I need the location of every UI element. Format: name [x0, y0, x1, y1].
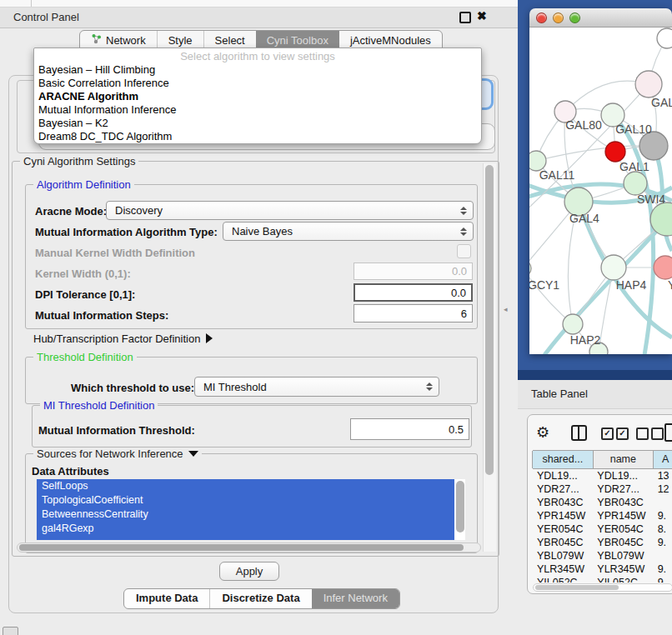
table-row[interactable]: YIL052CYIL052C9.	[533, 576, 672, 582]
attribute-item[interactable]: gal4RGexp	[37, 522, 454, 536]
dropdown-item[interactable]: Dream8 DC_TDC Algorithm	[34, 130, 481, 143]
table-row[interactable]: YBR045CYBR045C9.	[533, 536, 672, 549]
table-row[interactable]: YLR345WYLR345W9.	[533, 562, 672, 576]
mi-steps-label: Mutual Information Steps:	[35, 309, 168, 322]
document-icon[interactable]	[664, 423, 672, 442]
column-header[interactable]: A	[653, 451, 672, 468]
algorithm-dropdown[interactable]: Select algorithm to view settings Bayesi…	[33, 48, 482, 144]
network-window[interactable]: GALGAL80GAL10GAL1GAL11SWI4GAL4GCY1HAP4YH…	[529, 8, 672, 354]
network-window-titlebar[interactable]	[529, 8, 672, 28]
network-canvas-svg[interactable]: GALGAL80GAL10GAL1GAL11SWI4GAL4GCY1HAP4YH…	[529, 28, 672, 354]
table-cell: YER054C	[593, 522, 653, 536]
apply-button[interactable]: Apply	[219, 562, 279, 581]
column-header[interactable]: shared...	[532, 451, 594, 468]
aracne-mode-label: Aracne Mode:	[35, 205, 107, 218]
network-node[interactable]	[601, 255, 626, 280]
table-row[interactable]: YDR27...YDR27...12	[533, 482, 672, 496]
mi-threshold-field[interactable]	[350, 418, 469, 440]
attribute-item[interactable]: TopologicalCoefficient	[37, 493, 454, 508]
attribute-item-partial[interactable]	[37, 536, 454, 540]
table-cell: 9.	[654, 576, 672, 582]
table-row[interactable]: YDL19...YDL19...13	[533, 469, 672, 482]
settings-group-title: Cyni Algorithm Settings	[20, 155, 138, 168]
table-cell: YBL079W	[533, 549, 593, 562]
network-node[interactable]	[654, 256, 672, 279]
checked-checkbox-icon[interactable]: ✓	[616, 428, 629, 440]
table-row[interactable]: YBR043CYBR043C	[533, 496, 672, 509]
window-close-button[interactable]	[536, 12, 547, 23]
table-cell: YDR27...	[593, 482, 653, 496]
mi-threshold-definition-title: MI Threshold Definition	[40, 399, 158, 412]
aracne-mode-select[interactable]: Discovery	[106, 201, 474, 220]
close-panel-icon[interactable]: ✖	[477, 9, 487, 22]
network-edge[interactable]	[529, 268, 573, 324]
dropdown-item[interactable]: Bayesian – K2	[34, 117, 481, 130]
corner-widget-button[interactable]	[3, 627, 18, 635]
sources-group-title[interactable]: Sources for Network Inference	[33, 448, 202, 460]
scrollbar-thumb[interactable]	[535, 585, 619, 590]
network-node[interactable]	[657, 28, 672, 48]
node-label: GAL4	[569, 212, 599, 225]
algorithm-definition-title: Algorithm Definition	[33, 178, 134, 191]
node-table: shared...nameA YDL19...YDL19...13YDR27..…	[533, 450, 672, 582]
window-zoom-button[interactable]	[569, 12, 580, 23]
network-node[interactable]	[529, 260, 531, 277]
table-cell: YBR043C	[533, 496, 593, 509]
checked-checkbox-icon[interactable]: ✓	[601, 428, 614, 440]
scrollbar-thumb[interactable]	[485, 165, 494, 475]
dropdown-item[interactable]: Mutual Information Inference	[34, 103, 481, 117]
settings-horizontal-scrollbar[interactable]	[17, 542, 481, 552]
network-node[interactable]	[624, 172, 647, 195]
dpi-tolerance-label: DPI Tolerance [0,1]:	[35, 288, 135, 301]
split-columns-icon[interactable]	[571, 425, 587, 441]
table-cell: 9.	[654, 509, 672, 522]
column-header[interactable]: name	[593, 451, 654, 468]
dropdown-item[interactable]: ARACNE Algorithm	[34, 90, 481, 103]
manual-kernel-width-checkbox[interactable]	[457, 244, 471, 258]
node-label: Y	[668, 278, 672, 292]
table-row[interactable]: YBL079WYBL079W	[533, 549, 672, 562]
attribute-item[interactable]: SelfLoops	[37, 479, 454, 493]
table-cell: YDL19...	[533, 469, 593, 482]
dropdown-item[interactable]: Bayesian – Hill Climbing	[34, 63, 481, 77]
settings-vertical-scrollbar[interactable]	[483, 163, 496, 552]
dropdown-item[interactable]: Basic Correlation Inference	[34, 77, 481, 90]
mi-algorithm-type-select[interactable]: Naive Bayes	[223, 222, 474, 241]
list-scrollbar-thumb[interactable]	[456, 481, 464, 532]
tab-impute-data[interactable]: Impute Data	[124, 589, 209, 608]
mi-steps-field[interactable]	[354, 304, 473, 322]
network-node[interactable]	[605, 142, 625, 162]
panel-title: Control Panel	[13, 11, 79, 23]
stepper-arrows-icon	[459, 228, 467, 236]
scrollbar-thumb[interactable]	[19, 544, 464, 551]
table-rows: YDL19...YDL19...13YDR27...YDR27...12YBR0…	[533, 469, 672, 582]
network-node[interactable]	[563, 314, 583, 334]
network-node[interactable]	[635, 71, 662, 98]
table-panel-title: Table Panel	[531, 388, 588, 400]
float-panel-icon[interactable]	[459, 12, 471, 23]
node-label: GAL	[651, 96, 672, 109]
tab-discretize-data[interactable]: Discretize Data	[209, 589, 311, 608]
tab-infer-network[interactable]: Infer Network	[312, 589, 399, 608]
network-node[interactable]	[639, 132, 668, 160]
collapse-arrow-icon	[188, 451, 198, 457]
data-attributes-list[interactable]: SelfLoopsTopologicalCoefficientBetweenne…	[37, 479, 465, 540]
attribute-item[interactable]: BetweennessCentrality	[37, 508, 454, 522]
sources-title-text: Sources for Network Inference	[37, 448, 183, 460]
table-horizontal-scrollbar[interactable]	[533, 583, 672, 592]
dpi-tolerance-field[interactable]	[354, 283, 473, 302]
unchecked-checkbox-icon[interactable]	[636, 428, 649, 440]
node-label: HAP2	[570, 333, 601, 347]
table-row[interactable]: YER054CYER054C8.	[533, 522, 672, 536]
unchecked-checkbox-icon[interactable]	[651, 428, 664, 440]
kernel-width-field[interactable]	[354, 262, 473, 280]
gear-icon[interactable]: ⚙	[536, 423, 549, 442]
table-row[interactable]: YPR145WYPR145W9.	[533, 509, 672, 522]
traffic-lights	[536, 12, 580, 23]
table-cell: YDR27...	[533, 482, 593, 496]
expand-arrow-icon	[206, 333, 213, 343]
which-threshold-select[interactable]: MI Threshold	[194, 377, 439, 397]
hub-definition-expander[interactable]: Hub/Transcription Factor Definition	[33, 332, 213, 345]
window-minimize-button[interactable]	[553, 12, 564, 23]
splitter-collapse-icon[interactable]: ◂	[504, 305, 508, 313]
